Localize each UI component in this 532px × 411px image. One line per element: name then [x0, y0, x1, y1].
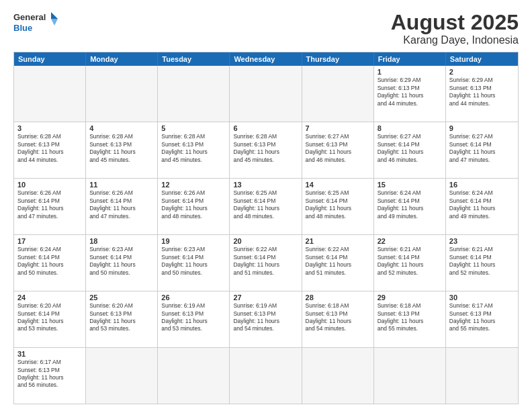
day-info: Sunrise: 6:24 AMSunset: 6:14 PMDaylight:…	[449, 189, 496, 219]
day-info: Sunrise: 6:29 AMSunset: 6:13 PMDaylight:…	[378, 77, 424, 106]
day-info: Sunrise: 6:21 AMSunset: 6:14 PMDaylight:…	[378, 246, 424, 275]
cal-day-21: 21Sunrise: 6:22 AMSunset: 6:14 PMDayligh…	[302, 235, 374, 291]
day-info: Sunrise: 6:27 AMSunset: 6:13 PMDaylight:…	[306, 133, 352, 163]
day-number: 2	[449, 68, 515, 76]
cal-day-11: 11Sunrise: 6:26 AMSunset: 6:14 PMDayligh…	[86, 179, 158, 234]
cal-empty-5-2	[158, 348, 230, 404]
cal-day-7: 7Sunrise: 6:27 AMSunset: 6:13 PMDaylight…	[302, 122, 374, 178]
day-number: 4	[89, 124, 154, 132]
day-info: Sunrise: 6:28 AMSunset: 6:13 PMDaylight:…	[161, 133, 208, 163]
cal-day-12: 12Sunrise: 6:26 AMSunset: 6:14 PMDayligh…	[158, 179, 230, 234]
day-number: 26	[161, 293, 226, 302]
cal-empty-0-1	[86, 66, 158, 122]
calendar-title: August 2025	[391, 11, 519, 34]
day-number: 13	[233, 181, 298, 189]
cal-empty-0-4	[302, 66, 374, 122]
day-info: Sunrise: 6:20 AMSunset: 6:13 PMDaylight:…	[89, 302, 136, 332]
day-number: 16	[449, 181, 515, 189]
cal-day-1: 1Sunrise: 6:29 AMSunset: 6:13 PMDaylight…	[374, 66, 446, 122]
cal-day-4: 4Sunrise: 6:28 AMSunset: 6:13 PMDaylight…	[86, 122, 158, 178]
day-info: Sunrise: 6:23 AMSunset: 6:14 PMDaylight:…	[89, 246, 136, 275]
day-number: 1	[378, 68, 442, 76]
day-info: Sunrise: 6:26 AMSunset: 6:14 PMDaylight:…	[17, 189, 64, 219]
cal-day-27: 27Sunrise: 6:19 AMSunset: 6:13 PMDayligh…	[230, 291, 302, 347]
day-info: Sunrise: 6:26 AMSunset: 6:14 PMDaylight:…	[161, 189, 208, 219]
day-info: Sunrise: 6:28 AMSunset: 6:13 PMDaylight:…	[233, 133, 279, 163]
cal-week-6: 31Sunrise: 6:17 AMSunset: 6:13 PMDayligh…	[14, 347, 518, 404]
calendar-subtitle: Karang Daye, Indonesia	[391, 34, 519, 46]
day-info: Sunrise: 6:22 AMSunset: 6:14 PMDaylight:…	[306, 246, 352, 275]
svg-marker-3	[51, 19, 58, 26]
day-number: 24	[17, 293, 82, 302]
day-info: Sunrise: 6:28 AMSunset: 6:13 PMDaylight:…	[89, 133, 136, 163]
day-number: 23	[449, 237, 515, 245]
day-number: 7	[306, 124, 370, 132]
cal-day-9: 9Sunrise: 6:27 AMSunset: 6:14 PMDaylight…	[446, 122, 518, 178]
cal-header-thursday: Thursday	[302, 52, 374, 66]
cal-header-saturday: Saturday	[446, 52, 518, 66]
day-info: Sunrise: 6:18 AMSunset: 6:13 PMDaylight:…	[378, 302, 424, 332]
svg-text:Blue: Blue	[13, 23, 32, 33]
cal-day-30: 30Sunrise: 6:17 AMSunset: 6:13 PMDayligh…	[446, 291, 518, 347]
day-number: 30	[449, 293, 515, 302]
cal-day-10: 10Sunrise: 6:26 AMSunset: 6:14 PMDayligh…	[14, 179, 86, 234]
day-info: Sunrise: 6:17 AMSunset: 6:13 PMDaylight:…	[17, 359, 64, 388]
day-number: 25	[89, 293, 154, 302]
day-info: Sunrise: 6:17 AMSunset: 6:13 PMDaylight:…	[449, 302, 496, 332]
cal-day-22: 22Sunrise: 6:21 AMSunset: 6:14 PMDayligh…	[374, 235, 446, 291]
title-block: August 2025 Karang Daye, Indonesia	[391, 11, 519, 46]
cal-empty-5-3	[230, 348, 302, 404]
cal-day-13: 13Sunrise: 6:25 AMSunset: 6:14 PMDayligh…	[230, 179, 302, 234]
cal-day-6: 6Sunrise: 6:28 AMSunset: 6:13 PMDaylight…	[230, 122, 302, 178]
cal-empty-5-6	[446, 348, 518, 404]
cal-week-2: 3Sunrise: 6:28 AMSunset: 6:13 PMDaylight…	[14, 122, 518, 178]
day-number: 18	[89, 237, 154, 245]
page: General Blue August 2025 Karang Daye, In…	[0, 0, 532, 411]
day-number: 5	[161, 124, 226, 132]
cal-day-18: 18Sunrise: 6:23 AMSunset: 6:14 PMDayligh…	[86, 235, 158, 291]
day-info: Sunrise: 6:27 AMSunset: 6:14 PMDaylight:…	[449, 133, 496, 163]
calendar-header-row: SundayMondayTuesdayWednesdayThursdayFrid…	[14, 52, 518, 66]
cal-day-14: 14Sunrise: 6:25 AMSunset: 6:14 PMDayligh…	[302, 179, 374, 234]
cal-day-23: 23Sunrise: 6:21 AMSunset: 6:14 PMDayligh…	[446, 235, 518, 291]
day-info: Sunrise: 6:25 AMSunset: 6:14 PMDaylight:…	[306, 189, 352, 219]
day-info: Sunrise: 6:26 AMSunset: 6:14 PMDaylight:…	[89, 189, 136, 219]
cal-empty-0-3	[230, 66, 302, 122]
cal-day-5: 5Sunrise: 6:28 AMSunset: 6:13 PMDaylight…	[158, 122, 230, 178]
day-number: 29	[378, 293, 442, 302]
day-info: Sunrise: 6:28 AMSunset: 6:13 PMDaylight:…	[17, 133, 64, 163]
cal-day-31: 31Sunrise: 6:17 AMSunset: 6:13 PMDayligh…	[14, 348, 86, 404]
day-info: Sunrise: 6:24 AMSunset: 6:14 PMDaylight:…	[378, 189, 424, 219]
cal-week-3: 10Sunrise: 6:26 AMSunset: 6:14 PMDayligh…	[14, 178, 518, 234]
cal-day-8: 8Sunrise: 6:27 AMSunset: 6:14 PMDaylight…	[374, 122, 446, 178]
day-info: Sunrise: 6:29 AMSunset: 6:13 PMDaylight:…	[449, 77, 496, 106]
cal-day-26: 26Sunrise: 6:19 AMSunset: 6:13 PMDayligh…	[158, 291, 230, 347]
cal-header-tuesday: Tuesday	[158, 52, 230, 66]
day-number: 31	[17, 350, 82, 358]
day-number: 9	[449, 124, 515, 132]
day-info: Sunrise: 6:21 AMSunset: 6:14 PMDaylight:…	[449, 246, 496, 275]
day-number: 15	[378, 181, 442, 189]
cal-header-friday: Friday	[374, 52, 446, 66]
cal-header-wednesday: Wednesday	[230, 52, 302, 66]
calendar-body: 1Sunrise: 6:29 AMSunset: 6:13 PMDaylight…	[14, 66, 518, 404]
day-info: Sunrise: 6:19 AMSunset: 6:13 PMDaylight:…	[161, 302, 208, 332]
day-number: 6	[233, 124, 298, 132]
cal-header-sunday: Sunday	[14, 52, 86, 66]
cal-day-19: 19Sunrise: 6:23 AMSunset: 6:14 PMDayligh…	[158, 235, 230, 291]
cal-header-monday: Monday	[86, 52, 158, 66]
calendar: SundayMondayTuesdayWednesdayThursdayFrid…	[13, 52, 519, 404]
cal-day-24: 24Sunrise: 6:20 AMSunset: 6:14 PMDayligh…	[14, 291, 86, 347]
cal-day-20: 20Sunrise: 6:22 AMSunset: 6:14 PMDayligh…	[230, 235, 302, 291]
day-number: 10	[17, 181, 82, 189]
cal-week-5: 24Sunrise: 6:20 AMSunset: 6:14 PMDayligh…	[14, 291, 518, 347]
day-number: 20	[233, 237, 298, 245]
day-info: Sunrise: 6:19 AMSunset: 6:13 PMDaylight:…	[233, 302, 279, 332]
day-info: Sunrise: 6:23 AMSunset: 6:14 PMDaylight:…	[161, 246, 208, 275]
cal-week-4: 17Sunrise: 6:24 AMSunset: 6:14 PMDayligh…	[14, 234, 518, 291]
day-info: Sunrise: 6:22 AMSunset: 6:14 PMDaylight:…	[233, 246, 279, 275]
day-number: 22	[378, 237, 442, 245]
cal-empty-5-5	[374, 348, 446, 404]
day-info: Sunrise: 6:20 AMSunset: 6:14 PMDaylight:…	[17, 302, 64, 332]
cal-day-28: 28Sunrise: 6:18 AMSunset: 6:13 PMDayligh…	[302, 291, 374, 347]
